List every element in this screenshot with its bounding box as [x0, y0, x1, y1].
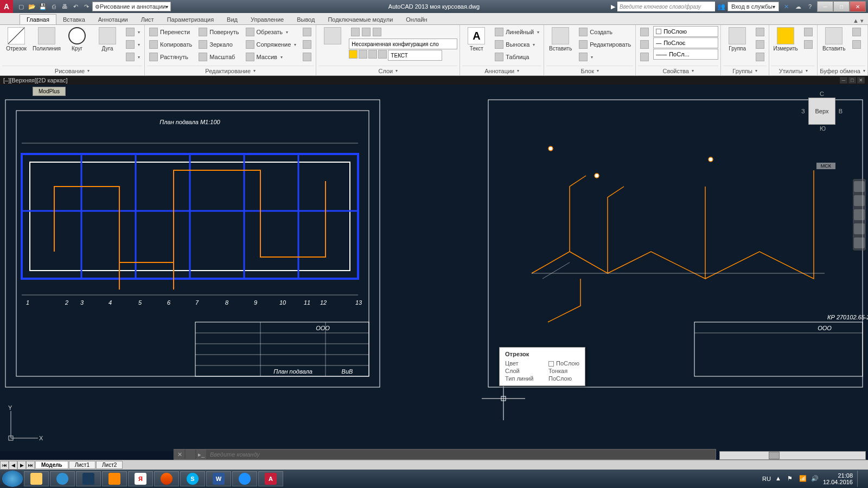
orbit-icon[interactable]: [854, 223, 865, 234]
mirror-button[interactable]: Зеркало: [196, 38, 241, 50]
layer-state-combo[interactable]: Несохраненная конфигурация сло: [349, 38, 457, 49]
qat-undo-icon[interactable]: ↶: [71, 2, 80, 11]
cmd-close-icon[interactable]: ✕: [175, 450, 184, 459]
panel-layers-title[interactable]: Слои▾: [318, 66, 457, 75]
color-combo[interactable]: ПоСлою: [653, 26, 718, 37]
ungroup-button[interactable]: [754, 26, 767, 38]
tab-insert[interactable]: Вставка: [56, 15, 92, 24]
task-autocad[interactable]: A: [258, 471, 283, 486]
edit-x1[interactable]: [301, 26, 314, 38]
tab-layout2[interactable]: Лист2: [96, 461, 123, 469]
task-media[interactable]: [50, 471, 75, 486]
viewport-label[interactable]: [–][Верхняя][2D каркас]: [3, 77, 67, 84]
app-icon[interactable]: A: [0, 0, 13, 13]
panel-block-title[interactable]: Блок▾: [546, 66, 633, 75]
layer-props-button[interactable]: [318, 26, 347, 47]
maximize-button[interactable]: □: [833, 1, 850, 12]
util1[interactable]: [802, 26, 815, 38]
vp-max-icon[interactable]: □: [848, 77, 856, 84]
util2[interactable]: [802, 38, 815, 50]
task-yandex[interactable]: Я: [128, 471, 153, 486]
color-swatch-icon[interactable]: [378, 50, 387, 59]
array-button[interactable]: Массив▾: [244, 51, 299, 63]
vp-min-icon[interactable]: ─: [840, 77, 847, 84]
drawing-canvas[interactable]: План подвала М1:100 123 456 789 10111213…: [0, 85, 868, 451]
tab-model[interactable]: Модель: [35, 461, 68, 469]
qat-plot-icon[interactable]: 🖶: [60, 2, 69, 11]
tab-view[interactable]: Вид: [220, 15, 244, 24]
exchange-icon[interactable]: ✕: [781, 2, 791, 11]
linetype-combo[interactable]: —— ПоСл...: [653, 49, 718, 60]
rotate-button[interactable]: Повернуть: [196, 26, 241, 38]
insert-block-button[interactable]: Вставить: [546, 26, 575, 53]
cmd-config-icon[interactable]: [186, 450, 195, 459]
tab-manage[interactable]: Управление: [244, 15, 290, 24]
tab-layout[interactable]: Лист: [135, 15, 161, 24]
viewcube[interactable]: Верх С Ю В З: [808, 98, 835, 125]
measure-button[interactable]: Измерить: [771, 26, 800, 53]
wcs-label[interactable]: МСК: [816, 163, 835, 169]
show-desktop-button[interactable]: [857, 471, 861, 487]
line-button[interactable]: Отрезок: [2, 26, 30, 53]
table-button[interactable]: Таблица: [493, 51, 541, 63]
search-input[interactable]: Введите ключевое слово/фразу: [617, 2, 715, 11]
tray-volume-icon[interactable]: 🔊: [811, 475, 819, 483]
lock-icon[interactable]: [368, 50, 377, 59]
stretch-button[interactable]: Растянуть: [147, 51, 194, 63]
showmotion-icon[interactable]: [854, 237, 865, 248]
lw-button[interactable]: [638, 51, 651, 63]
group-edit-button[interactable]: [754, 38, 767, 50]
tab-plugins[interactable]: Подключаемые модули: [321, 15, 399, 24]
workspace-combo[interactable]: ⚙ Рисование и аннотации ▾: [92, 2, 171, 11]
tab-output[interactable]: Вывод: [290, 15, 321, 24]
start-button[interactable]: [2, 471, 23, 487]
lang-indicator[interactable]: RU: [762, 476, 771, 482]
zoom-icon[interactable]: [854, 209, 865, 220]
panel-draw-title[interactable]: Рисование▾: [2, 66, 142, 75]
layer-iso[interactable]: [349, 26, 457, 38]
current-layer-combo[interactable]: ТЕКСТ: [388, 50, 442, 61]
panel-clip-title[interactable]: Буфер обмена▾: [820, 66, 865, 75]
group-select-button[interactable]: [754, 51, 767, 63]
help-icon[interactable]: ?: [805, 2, 815, 11]
draw-extra2[interactable]: ▾: [124, 38, 142, 50]
close-button[interactable]: ✕: [850, 1, 866, 12]
tab-prev-icon[interactable]: ◀: [9, 461, 17, 470]
help-cloud-icon[interactable]: ☁: [793, 2, 803, 11]
tab-last-icon[interactable]: ⏭: [26, 461, 35, 470]
text-button[interactable]: AТекст: [462, 26, 490, 53]
task-word[interactable]: W: [206, 471, 231, 486]
copy-button[interactable]: Копировать: [147, 38, 194, 50]
scale-button[interactable]: Масштаб: [196, 51, 241, 63]
tray-network-icon[interactable]: 📶: [799, 475, 807, 483]
create-block-button[interactable]: Создать: [577, 26, 633, 38]
command-line[interactable]: ✕ ▸_: [174, 449, 716, 460]
tray-action-icon[interactable]: ⚑: [787, 475, 795, 483]
tab-parametric[interactable]: Параметризация: [161, 15, 220, 24]
polyline-button[interactable]: Полилиния: [33, 26, 61, 53]
circle-button[interactable]: Круг: [63, 26, 91, 53]
tab-first-icon[interactable]: ⏮: [0, 461, 9, 470]
task-firefox[interactable]: [154, 471, 179, 486]
move-button[interactable]: Перенести: [147, 26, 194, 38]
bulb-icon[interactable]: [349, 50, 358, 59]
panel-props-title[interactable]: Свойства▾: [638, 66, 718, 75]
pan-icon[interactable]: [854, 195, 865, 206]
match-props-button[interactable]: [638, 26, 651, 38]
command-input[interactable]: [207, 451, 716, 458]
task-ie[interactable]: [232, 471, 257, 486]
ucs-icon[interactable]: XY: [5, 406, 43, 445]
task-skype[interactable]: S: [180, 471, 205, 486]
login-button[interactable]: Вход в службы ▾: [727, 2, 779, 11]
edit-x2[interactable]: [301, 38, 314, 50]
draw-extra3[interactable]: ▾: [124, 51, 142, 63]
minimize-button[interactable]: ─: [817, 1, 833, 12]
tab-home[interactable]: Главная: [20, 14, 56, 24]
cmd-recent-icon[interactable]: ▸_: [196, 450, 206, 459]
leader-button[interactable]: Выноска▾: [493, 38, 541, 50]
qat-new-icon[interactable]: ▢: [16, 2, 26, 11]
qat-saveas-icon[interactable]: ⎙: [49, 2, 59, 11]
tab-online[interactable]: Онлайн: [399, 15, 433, 24]
sun-icon[interactable]: [359, 50, 367, 59]
qat-save-icon[interactable]: 💾: [38, 2, 48, 11]
